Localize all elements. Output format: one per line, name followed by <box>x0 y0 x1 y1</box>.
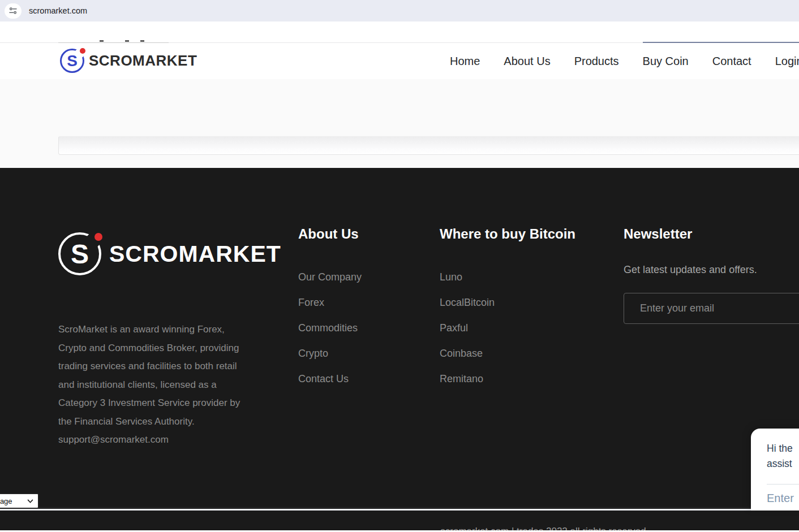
chat-greeting-line1: Hi the <box>767 441 799 456</box>
card-top-border-segment <box>58 42 169 43</box>
browser-url-bar[interactable]: scromarket.com <box>0 0 799 21</box>
tune-icon <box>8 6 18 15</box>
cutoff-text-fragment <box>125 40 129 42</box>
footer-link-localbitcoin[interactable]: LocalBitcoin <box>440 297 495 309</box>
webpage: S SCROMARKET Home About Us Products Buy … <box>0 21 799 532</box>
chevron-down-icon <box>27 499 33 503</box>
footer-link-our-company[interactable]: Our Company <box>298 271 362 283</box>
cutoff-text-fragment <box>140 40 144 42</box>
nav-item-contact[interactable]: Contact <box>712 55 751 68</box>
nav-item-about-us[interactable]: About Us <box>504 55 550 68</box>
footer-link-paxful[interactable]: Paxful <box>440 322 468 334</box>
cutoff-text-fragment <box>100 40 104 42</box>
brand-logo-icon: S <box>60 49 84 73</box>
chat-message-input[interactable]: Enter <box>767 492 799 505</box>
footer-link-commodities[interactable]: Commodities <box>298 322 358 334</box>
brand-logo-icon: S <box>58 232 101 275</box>
site-header: S SCROMARKET Home About Us Products Buy … <box>0 43 799 79</box>
footer-about-title: About Us <box>298 226 359 242</box>
footer-divider <box>0 507 799 508</box>
nav-item-home[interactable]: Home <box>450 55 480 68</box>
footer-link-contact-us[interactable]: Contact Us <box>298 373 349 385</box>
footer-link-coinbase[interactable]: Coinbase <box>440 348 483 360</box>
footer-buy-title: Where to buy Bitcoin <box>440 226 575 242</box>
page-footer: S SCROMARKET ScroMarket is an award winn… <box>0 168 799 530</box>
nav-item-login[interactable]: Login <box>775 55 799 68</box>
newsletter-subtitle: Get latest updates and offers. <box>624 264 757 276</box>
chat-divider <box>767 484 799 485</box>
content-band <box>0 79 799 168</box>
footer-logo: S SCROMARKET <box>58 232 281 275</box>
copyright-text: scromarket.com | trades 2022 all rights … <box>0 526 799 530</box>
footer-link-crypto[interactable]: Crypto <box>298 348 328 360</box>
language-select-label: Select Language <box>0 497 12 505</box>
language-select[interactable]: Select Language <box>0 494 38 508</box>
empty-content-card <box>58 136 799 155</box>
chat-greeting-line2: assist <box>767 456 799 472</box>
footer-link-remitano[interactable]: Remitano <box>440 373 483 385</box>
brand-name: SCROMARKET <box>109 241 281 267</box>
logo-red-dot <box>80 48 85 54</box>
chat-widget[interactable]: Hi the assist Enter <box>751 429 799 511</box>
nav-item-products[interactable]: Products <box>574 55 619 68</box>
nav-item-buy-coin[interactable]: Buy Coin <box>643 55 689 68</box>
site-settings-button[interactable] <box>5 3 22 19</box>
header-logo[interactable]: S SCROMARKET <box>60 49 197 73</box>
footer-description: ScroMarket is an award winning Forex, Cr… <box>58 321 255 449</box>
newsletter-email-input[interactable] <box>624 293 799 324</box>
footer-link-luno[interactable]: Luno <box>440 271 462 283</box>
footer-link-forex[interactable]: Forex <box>298 297 324 309</box>
slate-top-line <box>643 42 799 43</box>
main-nav: Home About Us Products Buy Coin Contact … <box>450 43 799 79</box>
brand-name: SCROMARKET <box>89 52 197 70</box>
footer-newsletter-title: Newsletter <box>624 226 692 242</box>
logo-red-dot <box>94 233 102 241</box>
url-text[interactable]: scromarket.com <box>29 6 87 15</box>
bottom-strip <box>0 509 799 511</box>
